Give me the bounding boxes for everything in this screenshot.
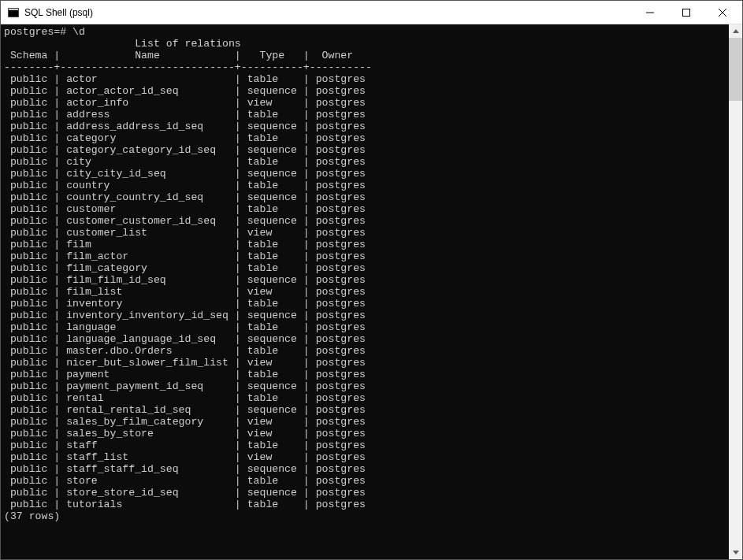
maximize-button[interactable]	[668, 1, 704, 24]
svg-marker-6	[733, 29, 739, 33]
terminal-area: postgres=# \d List of relations Schema |…	[1, 24, 742, 559]
svg-marker-7	[733, 551, 739, 554]
vertical-scrollbar[interactable]	[729, 24, 742, 559]
scroll-thumb[interactable]	[729, 38, 742, 101]
window-titlebar: SQL Shell (psql)	[1, 1, 742, 24]
svg-rect-3	[683, 9, 690, 16]
window-controls	[632, 1, 741, 24]
scroll-up-button[interactable]	[729, 24, 742, 38]
close-button[interactable]	[704, 1, 741, 24]
minimize-button[interactable]	[632, 1, 668, 24]
window-title: SQL Shell (psql)	[24, 7, 632, 18]
scroll-down-button[interactable]	[729, 546, 742, 559]
terminal-icon	[7, 6, 20, 19]
svg-rect-1	[9, 9, 18, 10]
terminal-output[interactable]: postgres=# \d List of relations Schema |…	[1, 24, 729, 559]
